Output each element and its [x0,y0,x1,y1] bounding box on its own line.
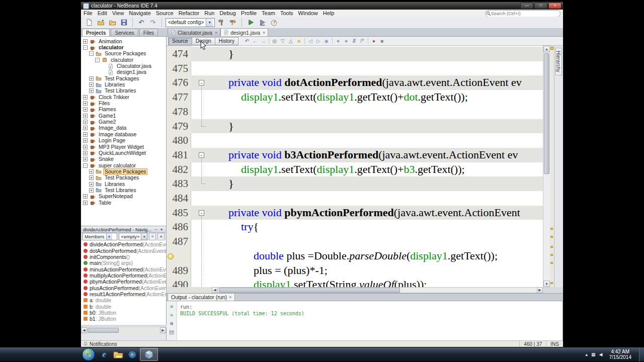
tree-item[interactable]: +Libraries [81,181,166,187]
tree-expander-icon[interactable]: + [83,126,88,130]
quick-search[interactable] [485,10,560,17]
tree-item[interactable]: +Game2 [81,119,166,125]
last-edit-icon[interactable]: ↶ [243,37,251,45]
menu-team[interactable]: Team [259,10,278,16]
code-line[interactable]: 489plus = (plus)*-1; [167,263,543,278]
navigator-filter-combo[interactable]: <empty> ▼ [119,233,147,240]
navigator-item[interactable]: divideActionPerformed(ActionEvent e [81,241,166,247]
navigator-item[interactable]: plusActionPerformed(ActionEvent e [81,285,166,291]
tree-item[interactable]: +Game1 [81,113,166,119]
scroll-right-icon[interactable]: ▶ [160,327,166,333]
line-number-cell[interactable]: 479 [167,119,191,134]
code-line[interactable]: 478 [167,105,543,119]
code-fold-margin[interactable] [191,176,216,191]
line-number-cell[interactable]: 477 [167,90,191,105]
line-number-cell[interactable]: 475 [167,61,191,76]
editor-horizontal-scrollbar[interactable]: ◀ ▶ [167,287,543,293]
line-number-cell[interactable]: 486 [167,220,191,234]
netbeans-taskbar-button[interactable] [140,348,158,361]
code-fold-margin[interactable] [191,278,216,287]
line-number-cell[interactable]: 480 [167,133,191,148]
navigator-float-button[interactable]: ▾ [159,227,164,232]
navigator-item[interactable]: minusActionPerformed(ActionEvent e [81,266,166,272]
menu-window[interactable]: Window [296,10,320,16]
warnings-status-icon[interactable] [550,47,553,50]
maximize-button[interactable]: □ [534,3,547,9]
close-button[interactable]: × [548,3,561,9]
tree-expander-icon[interactable]: + [83,120,88,124]
code-line[interactable]: 481-private void b3ActionPerformed(java.… [167,148,543,162]
scroll-left-icon[interactable]: ◀ [212,287,218,293]
line-number-cell[interactable]: 478 [167,105,191,119]
code-line[interactable]: 475 [167,61,543,76]
editor-tab[interactable]: Jdesign1.java× [220,28,268,36]
tree-item[interactable]: -super calculator [81,162,166,168]
redo-button[interactable]: ↷ [148,18,158,28]
output-tab[interactable]: Output - claculator (run) × [168,293,235,301]
code-line[interactable]: 477display1.setText(display1.getText()+d… [167,90,543,105]
line-number-cell[interactable]: 483 [167,176,191,191]
menu-file[interactable]: File [81,10,95,16]
tree-expander-icon[interactable]: - [83,163,88,168]
tree-item[interactable]: -claculator [81,44,166,50]
tree-item[interactable]: -claculator [81,57,166,63]
tree-item[interactable]: +Animation [81,38,166,44]
code-fold-margin[interactable] [191,249,216,263]
run-project-button[interactable] [246,18,256,28]
code-fold-margin[interactable] [191,220,216,234]
code-line[interactable]: 487 [167,234,543,249]
code-line[interactable]: 486try{ [167,220,543,234]
navigator-item[interactable]: b1 : JButton [81,316,166,322]
code-line[interactable]: 482display1.setText(display1.getText()+b… [167,162,543,177]
tree-expander-icon[interactable]: + [89,82,94,87]
code-editor[interactable]: 474}475476-private void dotActionPerform… [167,46,543,287]
tree-expander-icon[interactable]: + [89,188,94,193]
navigator-item[interactable]: b : double [81,303,166,309]
forward-icon[interactable]: → [259,37,267,45]
line-number-cell[interactable]: 481 [167,148,191,162]
code-fold-margin[interactable]: - [191,206,216,220]
show-hidden-icons-button[interactable]: ▴ [586,352,588,357]
tree-expander-icon[interactable]: + [83,114,88,118]
tree-expander-icon[interactable]: + [83,101,88,106]
explorer-button[interactable] [112,348,125,360]
profile-project-button[interactable] [269,18,279,28]
warning-mark-icon[interactable] [550,262,553,264]
line-number-cell[interactable]: 490 [167,278,191,287]
fold-collapse-icon[interactable]: - [199,80,204,85]
code-fold-margin[interactable] [191,234,216,249]
editor-vscroll-thumb[interactable] [544,53,549,174]
sort-by-source-button[interactable]: ≡ [149,233,156,240]
sort-alphabetically-button[interactable]: A [157,233,165,240]
tree-item[interactable]: +Files [81,100,166,106]
menu-edit[interactable]: Edit [95,10,110,16]
caret-position[interactable]: 460 | 37 [519,341,546,347]
line-number-cell[interactable]: 476 [167,75,191,90]
network-icon[interactable]: ▦ [591,352,596,357]
tab-files[interactable]: Files [139,29,158,36]
menu-source[interactable]: Source [153,10,176,16]
save-all-button[interactable] [119,18,129,28]
open-project-button[interactable] [107,18,117,28]
scroll-left-icon[interactable]: ◀ [81,327,87,333]
navigator-item[interactable]: initComponents() [81,254,166,260]
warning-mark-icon[interactable] [550,254,553,256]
tree-expander-icon[interactable]: + [83,201,88,205]
code-fold-margin[interactable]: - [191,148,216,162]
tree-item[interactable]: +MP3 Player Widget [81,144,166,150]
navigator-item[interactable]: a : double [81,297,166,303]
navigator-minimize-button[interactable]: ─ [153,227,159,232]
navigator-item[interactable]: main(String[] args) [81,260,166,266]
find-next-icon[interactable]: ▽ [279,37,287,45]
code-line[interactable]: 476-private void dotActionPerformed(java… [167,75,543,90]
tree-expander-icon[interactable]: - [83,45,88,50]
start-button[interactable] [82,348,95,361]
taskbar-clock[interactable]: 4:42 AM 7/15/2014 [609,349,632,360]
close-icon[interactable]: × [229,295,231,300]
code-line[interactable]: double plus =Double.parseDouble(display1… [167,249,543,263]
tree-item[interactable]: +Flames [81,107,166,113]
navigator-item[interactable]: result1ActionPerformed(ActionEvent [81,291,166,297]
tree-item[interactable]: +Jdesign1.java [81,69,166,75]
tree-expander-icon[interactable]: + [89,182,94,187]
tree-expander-icon[interactable]: + [89,76,94,81]
